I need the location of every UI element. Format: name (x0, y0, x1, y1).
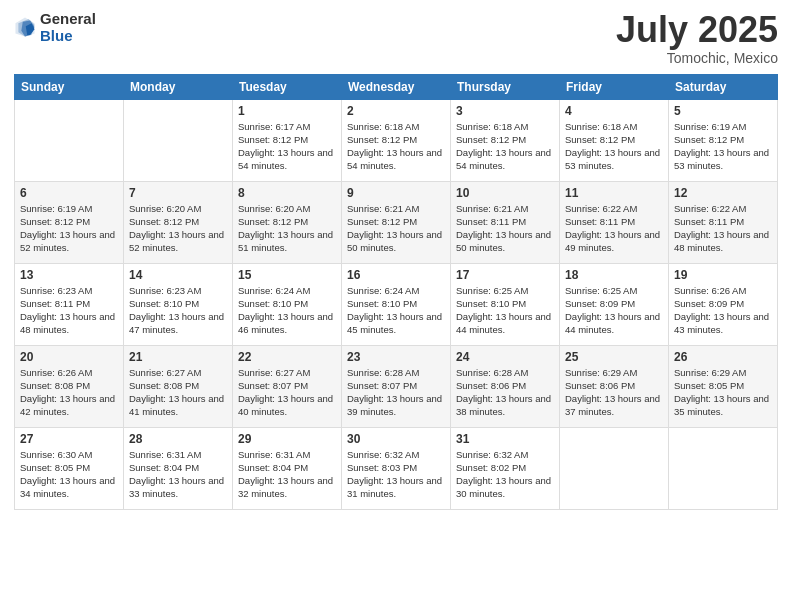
day-info: Sunrise: 6:27 AM Sunset: 8:07 PM Dayligh… (238, 366, 336, 419)
calendar-cell: 17Sunrise: 6:25 AM Sunset: 8:10 PM Dayli… (451, 263, 560, 345)
day-number: 10 (456, 186, 554, 200)
calendar-cell: 31Sunrise: 6:32 AM Sunset: 8:02 PM Dayli… (451, 427, 560, 509)
day-number: 19 (674, 268, 772, 282)
calendar-cell: 18Sunrise: 6:25 AM Sunset: 8:09 PM Dayli… (560, 263, 669, 345)
logo-icon (14, 16, 36, 38)
day-number: 11 (565, 186, 663, 200)
day-number: 6 (20, 186, 118, 200)
day-info: Sunrise: 6:32 AM Sunset: 8:03 PM Dayligh… (347, 448, 445, 501)
calendar-cell: 28Sunrise: 6:31 AM Sunset: 8:04 PM Dayli… (124, 427, 233, 509)
header-wednesday: Wednesday (342, 74, 451, 99)
day-info: Sunrise: 6:23 AM Sunset: 8:11 PM Dayligh… (20, 284, 118, 337)
calendar-table: Sunday Monday Tuesday Wednesday Thursday… (14, 74, 778, 510)
header-thursday: Thursday (451, 74, 560, 99)
day-number: 8 (238, 186, 336, 200)
calendar-cell: 14Sunrise: 6:23 AM Sunset: 8:10 PM Dayli… (124, 263, 233, 345)
calendar-cell (124, 99, 233, 181)
calendar-cell: 6Sunrise: 6:19 AM Sunset: 8:12 PM Daylig… (15, 181, 124, 263)
calendar-cell: 29Sunrise: 6:31 AM Sunset: 8:04 PM Dayli… (233, 427, 342, 509)
day-number: 5 (674, 104, 772, 118)
calendar-cell: 4Sunrise: 6:18 AM Sunset: 8:12 PM Daylig… (560, 99, 669, 181)
day-number: 23 (347, 350, 445, 364)
header-monday: Monday (124, 74, 233, 99)
day-number: 27 (20, 432, 118, 446)
calendar-cell: 2Sunrise: 6:18 AM Sunset: 8:12 PM Daylig… (342, 99, 451, 181)
calendar-cell: 30Sunrise: 6:32 AM Sunset: 8:03 PM Dayli… (342, 427, 451, 509)
day-number: 9 (347, 186, 445, 200)
day-info: Sunrise: 6:24 AM Sunset: 8:10 PM Dayligh… (347, 284, 445, 337)
day-info: Sunrise: 6:17 AM Sunset: 8:12 PM Dayligh… (238, 120, 336, 173)
calendar-cell: 12Sunrise: 6:22 AM Sunset: 8:11 PM Dayli… (669, 181, 778, 263)
calendar-cell (15, 99, 124, 181)
calendar-cell (560, 427, 669, 509)
day-info: Sunrise: 6:18 AM Sunset: 8:12 PM Dayligh… (347, 120, 445, 173)
calendar-week-1: 1Sunrise: 6:17 AM Sunset: 8:12 PM Daylig… (15, 99, 778, 181)
day-info: Sunrise: 6:19 AM Sunset: 8:12 PM Dayligh… (20, 202, 118, 255)
calendar-header-row: Sunday Monday Tuesday Wednesday Thursday… (15, 74, 778, 99)
day-info: Sunrise: 6:30 AM Sunset: 8:05 PM Dayligh… (20, 448, 118, 501)
calendar-cell: 9Sunrise: 6:21 AM Sunset: 8:12 PM Daylig… (342, 181, 451, 263)
day-info: Sunrise: 6:19 AM Sunset: 8:12 PM Dayligh… (674, 120, 772, 173)
day-info: Sunrise: 6:26 AM Sunset: 8:09 PM Dayligh… (674, 284, 772, 337)
day-number: 15 (238, 268, 336, 282)
day-number: 28 (129, 432, 227, 446)
day-info: Sunrise: 6:21 AM Sunset: 8:11 PM Dayligh… (456, 202, 554, 255)
header-friday: Friday (560, 74, 669, 99)
day-info: Sunrise: 6:27 AM Sunset: 8:08 PM Dayligh… (129, 366, 227, 419)
main-title: July 2025 (616, 10, 778, 50)
calendar-week-3: 13Sunrise: 6:23 AM Sunset: 8:11 PM Dayli… (15, 263, 778, 345)
day-number: 29 (238, 432, 336, 446)
calendar-cell: 13Sunrise: 6:23 AM Sunset: 8:11 PM Dayli… (15, 263, 124, 345)
day-info: Sunrise: 6:25 AM Sunset: 8:10 PM Dayligh… (456, 284, 554, 337)
logo-general: General (40, 10, 96, 27)
day-number: 21 (129, 350, 227, 364)
day-info: Sunrise: 6:20 AM Sunset: 8:12 PM Dayligh… (238, 202, 336, 255)
calendar-week-4: 20Sunrise: 6:26 AM Sunset: 8:08 PM Dayli… (15, 345, 778, 427)
header-saturday: Saturday (669, 74, 778, 99)
day-number: 31 (456, 432, 554, 446)
day-number: 24 (456, 350, 554, 364)
day-info: Sunrise: 6:31 AM Sunset: 8:04 PM Dayligh… (238, 448, 336, 501)
calendar-cell: 24Sunrise: 6:28 AM Sunset: 8:06 PM Dayli… (451, 345, 560, 427)
header-tuesday: Tuesday (233, 74, 342, 99)
calendar-week-5: 27Sunrise: 6:30 AM Sunset: 8:05 PM Dayli… (15, 427, 778, 509)
day-number: 4 (565, 104, 663, 118)
day-info: Sunrise: 6:21 AM Sunset: 8:12 PM Dayligh… (347, 202, 445, 255)
day-info: Sunrise: 6:18 AM Sunset: 8:12 PM Dayligh… (456, 120, 554, 173)
calendar-cell (669, 427, 778, 509)
day-number: 16 (347, 268, 445, 282)
logo-text: General Blue (40, 10, 96, 44)
calendar-week-2: 6Sunrise: 6:19 AM Sunset: 8:12 PM Daylig… (15, 181, 778, 263)
day-info: Sunrise: 6:24 AM Sunset: 8:10 PM Dayligh… (238, 284, 336, 337)
calendar-cell: 3Sunrise: 6:18 AM Sunset: 8:12 PM Daylig… (451, 99, 560, 181)
calendar-cell: 20Sunrise: 6:26 AM Sunset: 8:08 PM Dayli… (15, 345, 124, 427)
day-info: Sunrise: 6:25 AM Sunset: 8:09 PM Dayligh… (565, 284, 663, 337)
day-number: 2 (347, 104, 445, 118)
calendar-cell: 5Sunrise: 6:19 AM Sunset: 8:12 PM Daylig… (669, 99, 778, 181)
calendar-cell: 1Sunrise: 6:17 AM Sunset: 8:12 PM Daylig… (233, 99, 342, 181)
calendar-cell: 19Sunrise: 6:26 AM Sunset: 8:09 PM Dayli… (669, 263, 778, 345)
day-number: 25 (565, 350, 663, 364)
title-block: July 2025 Tomochic, Mexico (616, 10, 778, 66)
header-sunday: Sunday (15, 74, 124, 99)
day-number: 30 (347, 432, 445, 446)
day-info: Sunrise: 6:28 AM Sunset: 8:07 PM Dayligh… (347, 366, 445, 419)
calendar-cell: 25Sunrise: 6:29 AM Sunset: 8:06 PM Dayli… (560, 345, 669, 427)
day-info: Sunrise: 6:22 AM Sunset: 8:11 PM Dayligh… (565, 202, 663, 255)
calendar-cell: 27Sunrise: 6:30 AM Sunset: 8:05 PM Dayli… (15, 427, 124, 509)
day-info: Sunrise: 6:29 AM Sunset: 8:06 PM Dayligh… (565, 366, 663, 419)
calendar-cell: 23Sunrise: 6:28 AM Sunset: 8:07 PM Dayli… (342, 345, 451, 427)
calendar-cell: 11Sunrise: 6:22 AM Sunset: 8:11 PM Dayli… (560, 181, 669, 263)
day-info: Sunrise: 6:29 AM Sunset: 8:05 PM Dayligh… (674, 366, 772, 419)
day-number: 22 (238, 350, 336, 364)
calendar-cell: 22Sunrise: 6:27 AM Sunset: 8:07 PM Dayli… (233, 345, 342, 427)
day-number: 20 (20, 350, 118, 364)
calendar-cell: 15Sunrise: 6:24 AM Sunset: 8:10 PM Dayli… (233, 263, 342, 345)
day-number: 7 (129, 186, 227, 200)
day-info: Sunrise: 6:31 AM Sunset: 8:04 PM Dayligh… (129, 448, 227, 501)
day-number: 17 (456, 268, 554, 282)
calendar-cell: 21Sunrise: 6:27 AM Sunset: 8:08 PM Dayli… (124, 345, 233, 427)
day-number: 1 (238, 104, 336, 118)
day-info: Sunrise: 6:18 AM Sunset: 8:12 PM Dayligh… (565, 120, 663, 173)
day-number: 12 (674, 186, 772, 200)
